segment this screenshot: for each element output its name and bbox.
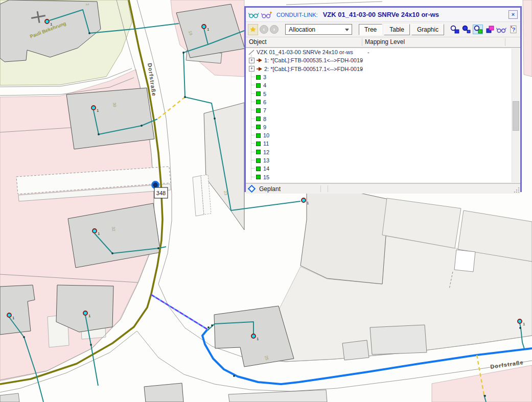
drop-point (83, 311, 87, 315)
status-diamond-icon (248, 185, 256, 193)
svg-text:?: ? (512, 27, 515, 33)
resize-grip[interactable] (514, 187, 520, 193)
vertical-scrollbar[interactable] (512, 49, 520, 182)
parcel-number: 30 (112, 102, 117, 107)
column-divider[interactable] (362, 38, 362, 46)
gis-application: 11 11 11 11 1 348 Dorfstraße Dorfstraße … (0, 0, 532, 402)
list-header: Object Mapping Level (246, 37, 520, 48)
tree-cable-row[interactable]: + 1: *[CabL]:FTB-000535.1<-->FDH-0019 - (246, 56, 520, 64)
zoom-all-icon[interactable] (461, 25, 471, 34)
mapping-level-value: - (360, 57, 362, 63)
glasses-icon (248, 11, 259, 18)
conduit-status-icon (256, 83, 261, 88)
tree-cable-row[interactable]: + 2: *[CabL]:FTB-000517.1<-->FDH-0019 - (246, 65, 520, 73)
svg-text:1: 1 (12, 316, 15, 320)
tree-conduit-row[interactable]: 12 (246, 148, 520, 156)
svg-text:1: 1 (207, 27, 210, 32)
tree-conduit-row[interactable]: 8 (246, 114, 520, 123)
tree-conduit-row[interactable]: 14 (246, 164, 520, 173)
conduit-link-icon (248, 50, 255, 55)
central-building-south (300, 193, 388, 284)
tree-root-row[interactable]: VZK 01_41-03-00 SNRVe 24x10 or-ws - (246, 48, 520, 56)
tree-conduit-row[interactable]: 9 (246, 123, 520, 131)
tree-conduit-row[interactable]: 7 (246, 106, 520, 114)
cable-link-label: 1: *[CabL]:FTB-000535.1<-->FDH-0019 (264, 57, 363, 63)
drop-point (45, 19, 49, 23)
mapping-level-value: - (360, 66, 362, 72)
conduit-status-icon (256, 125, 261, 129)
window-title: VZK 01_41-03-00 SNRVe 24x10 or-ws (323, 11, 439, 18)
cable-arrow-icon (256, 58, 263, 63)
view-tab-tree[interactable]: Tree (359, 24, 382, 35)
svg-text:1: 1 (257, 337, 259, 341)
svg-text:348: 348 (156, 190, 166, 196)
scrollbar-thumb[interactable] (513, 101, 519, 131)
conduit-status-icon (256, 108, 261, 113)
drop-point (302, 198, 306, 202)
building-bl-b (56, 285, 113, 332)
highlight-objects-icon[interactable] (484, 25, 495, 34)
close-button[interactable]: × (508, 10, 518, 19)
node-label-box: 348 (154, 187, 168, 198)
tree-conduit-row[interactable]: 11 (246, 139, 520, 148)
conduit-status-icon (256, 150, 261, 154)
small-yard (454, 250, 475, 272)
drop-point (7, 313, 11, 317)
expand-icon[interactable]: + (249, 66, 255, 72)
mapping-level-value: - (367, 49, 369, 55)
svg-text:1: 1 (88, 314, 91, 318)
conduit-status-icon (256, 75, 261, 80)
drop-point (251, 334, 256, 338)
building-bm-2 (370, 325, 427, 354)
drop-point (91, 106, 96, 110)
window-toolbar: ★ ‹ › Allocation Tree Table Graphic (246, 22, 520, 37)
drop-point (518, 319, 522, 323)
window-titlebar[interactable]: CONDUIT-LINK: VZK 01_41-03-00 SNRVe 24x1… (246, 8, 520, 22)
selected-node[interactable] (152, 182, 159, 188)
drop-point (202, 25, 206, 29)
expand-icon[interactable]: + (249, 58, 255, 63)
conduit-status-icon (256, 175, 261, 179)
building-30 (66, 88, 154, 149)
zoom-highlight-icon[interactable] (473, 25, 483, 34)
tree-conduit-row[interactable]: 6 (246, 98, 520, 106)
tree-conduit-row[interactable]: 4 (246, 81, 520, 89)
status-text: Geplant (259, 185, 281, 193)
status-bar: Geplant (246, 183, 520, 194)
svg-text:1: 1 (98, 231, 100, 236)
chevron-down-icon (345, 29, 349, 31)
tree-conduit-row[interactable]: 3 (246, 73, 520, 81)
view-tab-graphic[interactable]: Graphic (411, 24, 444, 35)
forward-button[interactable]: › (270, 25, 279, 34)
zoom-select-icon[interactable] (449, 25, 459, 34)
tree-conduit-row[interactable]: 10 (246, 131, 520, 139)
mode-dropdown[interactable]: Allocation (285, 24, 352, 35)
help-icon[interactable]: ? (508, 25, 518, 34)
svg-text:1: 1 (97, 108, 99, 113)
tree-conduit-row[interactable]: 5 (246, 89, 520, 98)
drop-point (92, 229, 97, 233)
cable-link-label: 2: *[CabL]:FTB-000517.1<-->FDH-0019 (264, 66, 363, 72)
conduit-status-icon (256, 100, 261, 104)
cable-arrow-icon (256, 66, 263, 72)
view-tab-table[interactable]: Table (384, 24, 410, 35)
pink-parcel-right-sliver (523, 0, 532, 77)
conduit-status-icon (256, 158, 261, 163)
conduit-status-icon (256, 116, 261, 121)
tree-root-label: VZK 01_41-03-00 SNRVe 24x10 or-ws (257, 49, 353, 55)
toolbar-icon-group: ? (449, 25, 518, 34)
tree-conduit-row[interactable]: 13 (246, 156, 520, 164)
parcel-number: 32 (111, 226, 116, 231)
tree-conduit-row[interactable]: 15 (246, 173, 520, 181)
column-header-object[interactable]: Object (249, 38, 267, 45)
view-glasses-icon[interactable] (496, 25, 506, 34)
conduit-status-icon (256, 167, 261, 171)
column-divider[interactable] (505, 38, 505, 46)
conduit-status-icon (256, 91, 261, 96)
building-bm-1 (342, 340, 369, 360)
column-header-mapping-level[interactable]: Mapping Level (365, 38, 405, 45)
svg-text:1: 1 (523, 322, 525, 326)
back-button[interactable]: ‹ (260, 25, 268, 34)
object-tree: VZK 01_41-03-00 SNRVe 24x10 or-ws - + 1:… (246, 48, 520, 183)
favorite-button[interactable]: ★ (248, 24, 258, 35)
